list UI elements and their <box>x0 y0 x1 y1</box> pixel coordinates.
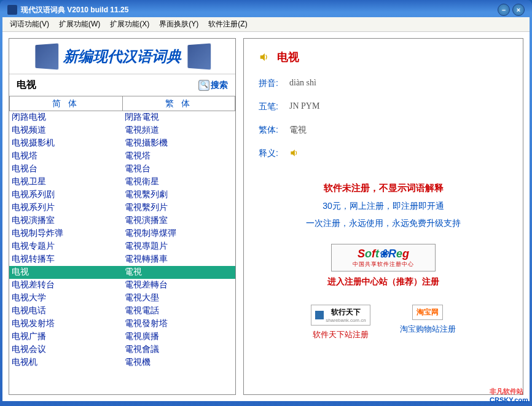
close-button[interactable]: × <box>512 4 525 16</box>
fanti-value: 電視 <box>289 125 307 136</box>
result-list[interactable]: 闭路电视閉路電視电视频道電視頻道电视摄影机電視攝影機电视塔電視塔电视台電視台电视… <box>9 111 235 394</box>
search-button[interactable]: 搜索 <box>198 80 228 91</box>
table-row[interactable]: 电视卫星電視衛星 <box>9 176 235 189</box>
menu-item[interactable]: 扩展功能(X) <box>105 18 154 31</box>
speaker-icon[interactable] <box>259 52 270 63</box>
col-traditional[interactable]: 繁 体 <box>122 96 236 111</box>
table-row[interactable]: 电视机電視機 <box>9 356 235 369</box>
cell-simplified: 电视演播室 <box>9 214 122 227</box>
speaker-icon[interactable] <box>289 148 300 159</box>
cell-simplified: 电视大学 <box>9 292 122 305</box>
cell-simplified: 电视会议 <box>9 343 122 356</box>
watermark-bot: CRSKY.com <box>490 396 528 404</box>
search-row: 搜索 <box>9 74 235 96</box>
cell-simplified: 电视机 <box>9 356 122 369</box>
cell-simplified: 电视转播车 <box>9 253 122 266</box>
fanti-label: 繁体: <box>259 125 289 136</box>
search-icon <box>198 80 209 91</box>
window-title: 现代汉语词典 V2010 build 11.25 <box>21 5 498 15</box>
header-banner: 新编现代汉语词典 <box>9 39 235 74</box>
table-row[interactable]: 电视差转台電視差轉台 <box>9 279 235 292</box>
fanti-row: 繁体: 電視 <box>259 125 508 136</box>
cell-simplified: 闭路电视 <box>9 111 122 124</box>
cell-traditional: 電視廣播 <box>122 330 235 343</box>
taobao-link[interactable]: 淘宝购物站注册 <box>400 324 456 335</box>
table-row[interactable]: 电视摄影机電視攝影機 <box>9 137 235 150</box>
table-row[interactable]: 电视塔電視塔 <box>9 150 235 163</box>
cell-traditional: 電視專題片 <box>122 240 235 253</box>
watermark: 非凡软件站 CRSKY.com <box>490 387 528 404</box>
cell-simplified: 电视卫星 <box>9 176 122 189</box>
cell-simplified: 电视发射塔 <box>9 318 122 330</box>
sharebank-link[interactable]: 软件天下站注册 <box>311 329 370 340</box>
menu-item[interactable]: 界面换肤(Y) <box>154 18 203 31</box>
softreg-subtitle: 中国共享软件注册中心 <box>337 260 430 268</box>
table-row[interactable]: 电视会议電視會議 <box>9 343 235 356</box>
table-row[interactable]: 电视電視 <box>9 266 235 279</box>
cell-traditional: 電視差轉台 <box>122 279 235 292</box>
cell-traditional: 電視發射塔 <box>122 318 235 330</box>
cell-traditional: 電視繫列片 <box>122 201 235 214</box>
table-row[interactable]: 电视台電視台 <box>9 163 235 176</box>
softreg-badge[interactable]: Soft❀Reg 中国共享软件注册中心 <box>331 244 436 271</box>
cell-traditional: 電視制導煤彈 <box>122 227 235 240</box>
wubi-value: JN PYM <box>289 101 319 112</box>
cell-traditional: 電視大壆 <box>122 292 235 305</box>
notice-headline: 软件未注册，不显示词语解释 <box>259 179 508 197</box>
cell-traditional: 電視衛星 <box>122 176 235 189</box>
pinyin-value: diàn shì <box>289 78 316 89</box>
taobao-col: 淘宝网 淘宝购物站注册 <box>400 305 456 340</box>
taobao-badge[interactable]: 淘宝网 <box>412 305 443 320</box>
cell-simplified: 电视系列剧 <box>9 189 122 201</box>
shiyi-label: 释义: <box>259 148 289 159</box>
sharebank-badge[interactable]: 软行天下 sharebank.com.cn <box>311 305 370 326</box>
search-input[interactable] <box>17 80 198 91</box>
content-area: 新编现代汉语词典 搜索 简 体 繁 体 闭路电视閉路電視电视频道電視頻道电视摄影… <box>2 32 530 401</box>
register-main-link[interactable]: 进入注册中心站（推荐）注册 <box>259 276 508 287</box>
pinyin-label: 拼音: <box>259 78 289 89</box>
table-row[interactable]: 电视广播電視廣播 <box>9 330 235 343</box>
table-row[interactable]: 闭路电视閉路電視 <box>9 111 235 124</box>
table-row[interactable]: 电视系列剧電視繫列劇 <box>9 189 235 201</box>
cell-simplified: 电视摄影机 <box>9 137 122 150</box>
table-row[interactable]: 电视频道電視頻道 <box>9 124 235 137</box>
titlebar: 现代汉语词典 V2010 build 11.25 – × <box>2 2 530 17</box>
book-icon <box>35 43 58 69</box>
minimize-button[interactable]: – <box>498 4 510 16</box>
cell-simplified: 电视台 <box>9 163 122 176</box>
cell-traditional: 閉路電視 <box>122 111 235 124</box>
cell-simplified: 电视系列片 <box>9 201 122 214</box>
notice-block: 软件未注册，不显示词语解释 30元，网上注册，即注册即开通 一次注册，永远使用，… <box>259 179 508 232</box>
book-icon <box>187 43 211 69</box>
cell-simplified: 电视 <box>9 266 122 279</box>
wubi-label: 五笔: <box>259 101 289 112</box>
table-row[interactable]: 电视制导炸弹電視制導煤彈 <box>9 227 235 240</box>
table-header: 简 体 繁 体 <box>9 96 235 111</box>
sharebank-text: 软行天下 <box>326 307 366 318</box>
table-row[interactable]: 电视专题片電視專題片 <box>9 240 235 253</box>
table-row[interactable]: 电视转播车電視轉播車 <box>9 253 235 266</box>
titlebar-buttons: – × <box>498 4 525 16</box>
wubi-row: 五笔: JN PYM <box>259 101 508 112</box>
app-icon <box>7 5 17 15</box>
table-row[interactable]: 电视大学電視大壆 <box>9 292 235 305</box>
table-row[interactable]: 电视演播室電視演播室 <box>9 214 235 227</box>
cell-simplified: 电视制导炸弹 <box>9 227 122 240</box>
menu-item[interactable]: 词语功能(V) <box>5 18 54 31</box>
watermark-top: 非凡软件站 <box>490 387 528 396</box>
cell-traditional: 電視機 <box>122 356 235 369</box>
col-simplified[interactable]: 简 体 <box>9 96 122 111</box>
cell-traditional: 電視 <box>122 266 235 279</box>
cell-traditional: 電視電話 <box>122 305 235 318</box>
left-panel: 新编现代汉语词典 搜索 简 体 繁 体 闭路电视閉路電視电视频道電視頻道电视摄影… <box>9 38 236 395</box>
table-row[interactable]: 电视电话電視電話 <box>9 305 235 318</box>
cell-traditional: 電視頻道 <box>122 124 235 137</box>
search-label: 搜索 <box>211 80 228 91</box>
cell-traditional: 電視攝影機 <box>122 137 235 150</box>
menu-item[interactable]: 软件注册(Z) <box>203 18 252 31</box>
menu-item[interactable]: 扩展功能(W) <box>54 18 105 31</box>
table-row[interactable]: 电视发射塔電視發射塔 <box>9 318 235 330</box>
taobao-text: 淘宝网 <box>417 307 439 318</box>
table-row[interactable]: 电视系列片電視繫列片 <box>9 201 235 214</box>
cell-traditional: 電視塔 <box>122 150 235 163</box>
